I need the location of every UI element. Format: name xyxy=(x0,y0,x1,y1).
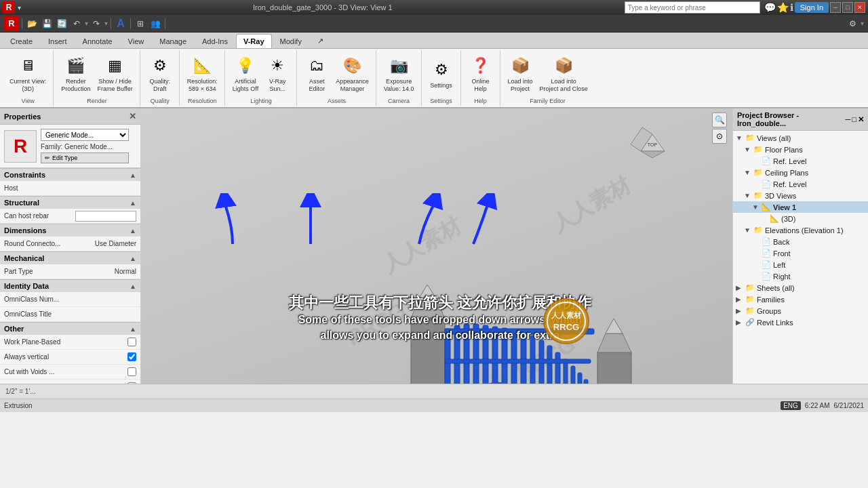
pb-revit-links-label: Revit Links xyxy=(757,319,793,327)
pb-floor-plans[interactable]: ▼ 📁 Floor Plans xyxy=(733,144,868,155)
frame-buffer-icon: ▦ xyxy=(104,55,126,77)
can-host-rebar-input[interactable] xyxy=(75,211,136,222)
undo-dropdown[interactable]: ▾ xyxy=(85,20,88,27)
pb-views-all-label: Views (all) xyxy=(757,134,791,142)
svg-rect-5 xyxy=(412,317,445,321)
collaborate-button[interactable]: 👥 xyxy=(149,17,162,30)
redo-button[interactable]: ↷ xyxy=(90,17,103,30)
pb-left[interactable]: 📄 Left xyxy=(733,259,868,270)
pb-restore-button[interactable]: □ xyxy=(852,115,856,124)
viewport-toolbar: 🔍 ⊙ xyxy=(712,113,727,144)
work-plane-checkbox[interactable] xyxy=(127,338,136,346)
zoom-fit-button[interactable]: 🔍 xyxy=(712,113,727,127)
pb-groups[interactable]: ▶ 📁 Groups xyxy=(733,305,868,317)
tab-insert[interactable]: Insert xyxy=(41,34,75,48)
properties-close-button[interactable]: ✕ xyxy=(129,111,136,121)
part-type-label: Part Type xyxy=(4,268,115,275)
pb-ceiling-plans[interactable]: ▼ 📁 Ceiling Plans xyxy=(733,167,868,178)
pb-back[interactable]: 📄 Back xyxy=(733,236,868,247)
pb-families[interactable]: ▶ 📁 Families xyxy=(733,293,868,305)
ribbon-group-render: 🎬 RenderProduction ▦ Show / HideFrame Bu… xyxy=(54,50,140,106)
pb-header-controls: ─ □ ✕ xyxy=(846,115,864,124)
open-button[interactable]: 📂 xyxy=(25,17,39,30)
sync-button[interactable]: 🔄 xyxy=(55,17,68,30)
constraints-section[interactable]: Constraints ▲ xyxy=(0,168,140,181)
pb-3d-views[interactable]: ▼ 📁 3D Views xyxy=(733,190,868,201)
worksets-button[interactable]: ⊞ xyxy=(134,17,147,30)
save-button[interactable]: 💾 xyxy=(40,17,54,30)
pb-front[interactable]: 📄 Front xyxy=(733,247,868,259)
tab-annotate[interactable]: Annotate xyxy=(75,34,120,48)
exposure-button[interactable]: 📷 ExposureValue: 14.0 xyxy=(381,53,417,95)
sign-in-button[interactable]: Sign In xyxy=(795,2,829,13)
close-button[interactable]: ✕ xyxy=(854,2,865,13)
render-production-button[interactable]: 🎬 RenderProduction xyxy=(58,53,93,95)
current-view-button[interactable]: 🖥 Current View:(3D) xyxy=(7,53,49,95)
viewport[interactable]: 人人素材 RRCG 人人素材 RRCG xyxy=(141,108,732,384)
pb-back-label: Back xyxy=(773,238,789,246)
title-bar: R ▾ Iron_double_gate_3000 - 3D View: Vie… xyxy=(0,0,868,15)
pb-view-1-label: View 1 xyxy=(773,203,796,211)
steering-wheels-button[interactable]: ⊙ xyxy=(712,129,727,144)
tab-vray[interactable]: V-Ray xyxy=(236,34,272,48)
pb-right-icon: 📄 xyxy=(762,272,771,281)
pb-3d[interactable]: 📐 (3D) xyxy=(733,213,868,224)
svg-rect-26 xyxy=(578,373,582,384)
pb-ceiling-ref-level[interactable]: 📄 Ref. Level xyxy=(733,178,868,190)
view-cube[interactable]: TOP xyxy=(627,114,678,165)
header-icons: 💬 ⭐ ℹ xyxy=(764,2,793,13)
quality-button[interactable]: ⚙ Quality:Draft xyxy=(145,53,175,95)
vray-sun-button[interactable]: ☀ V-RaySun... xyxy=(262,53,292,95)
structural-section[interactable]: Structural ▲ xyxy=(0,196,140,209)
pb-views-all[interactable]: ▼ 📁 Views (all) xyxy=(733,132,868,144)
restore-button[interactable]: □ xyxy=(842,2,853,13)
mechanical-section[interactable]: Mechanical ▲ xyxy=(0,251,140,264)
load-into-project-button[interactable]: 📦 Load intoProject xyxy=(505,53,536,95)
tab-contextual[interactable]: ↗ xyxy=(310,33,331,48)
dimensions-section[interactable]: Dimensions ▲ xyxy=(0,224,140,237)
svg-marker-4 xyxy=(419,285,436,298)
frame-buffer-button[interactable]: ▦ Show / HideFrame Buffer xyxy=(94,53,135,95)
pb-elevations[interactable]: ▼ 📁 Elevations (Elevation 1) xyxy=(733,224,868,236)
settings-button[interactable]: ⚙ Settings xyxy=(427,57,456,92)
mechanical-collapse-icon: ▲ xyxy=(130,255,136,262)
tab-manage[interactable]: Manage xyxy=(152,34,194,48)
tab-view[interactable]: View xyxy=(121,34,152,48)
redo-dropdown[interactable]: ▾ xyxy=(104,20,108,27)
search-input[interactable] xyxy=(625,1,760,14)
load-into-project-close-button[interactable]: 📦 Load intoProject and Close xyxy=(537,53,591,95)
pb-floor-ref-level[interactable]: 📄 Ref. Level xyxy=(733,155,868,167)
family-type-dropdown[interactable]: Generic Mode... xyxy=(41,129,129,141)
pb-minimize-button[interactable]: ─ xyxy=(846,115,851,124)
pb-sheets-all[interactable]: ▶ 📁 Sheets (all) xyxy=(733,282,868,293)
undo-button[interactable]: ↶ xyxy=(70,17,83,30)
tab-create[interactable]: Create xyxy=(3,34,40,48)
cut-with-voids-checkbox[interactable] xyxy=(127,367,136,376)
settings-group-label: Settings xyxy=(430,96,452,104)
tab-modify[interactable]: Modify xyxy=(273,34,309,48)
pb-groups-label: Groups xyxy=(757,307,781,315)
tab-addins[interactable]: Add-Ins xyxy=(195,34,235,48)
online-help-button[interactable]: ❓ OnlineHelp xyxy=(466,53,496,95)
identity-data-label: Identity Data xyxy=(4,282,49,290)
pb-3d-folder-icon: 📁 xyxy=(753,191,763,200)
pb-close-button[interactable]: ✕ xyxy=(858,115,864,124)
other-section[interactable]: Other ▲ xyxy=(0,322,140,335)
pb-right[interactable]: 📄 Right xyxy=(733,270,868,282)
asset-editor-button[interactable]: 🗂 AssetEditor xyxy=(302,53,332,95)
resolution-button[interactable]: 📐 Resolution:589 × 634 xyxy=(184,53,220,95)
part-type-value: Normal xyxy=(115,268,136,275)
pb-view-1[interactable]: ▼ 📐 View 1 xyxy=(733,201,868,213)
omniclass-title-row: OmniClass Title xyxy=(0,307,140,322)
pb-revit-links[interactable]: ▶ 🔗 Revit Links xyxy=(733,317,868,328)
edit-type-button[interactable]: ✏ Edit Type xyxy=(41,152,129,163)
minimize-button[interactable]: ─ xyxy=(830,2,841,13)
identity-data-section[interactable]: Identity Data ▲ xyxy=(0,279,140,292)
always-vertical-checkbox[interactable] xyxy=(127,352,136,361)
customize-qa-button[interactable]: ⚙ xyxy=(846,17,859,30)
appearance-manager-button[interactable]: 🎨 AppearanceManager xyxy=(333,53,372,95)
qa-dropdown[interactable]: ▾ xyxy=(861,20,864,27)
artificial-lights-button[interactable]: 💡 ArtificialLights Off xyxy=(230,53,261,95)
content-area: Properties ✕ R Generic Mode... Family: G… xyxy=(0,108,868,384)
measure-button[interactable]: A xyxy=(114,17,127,30)
